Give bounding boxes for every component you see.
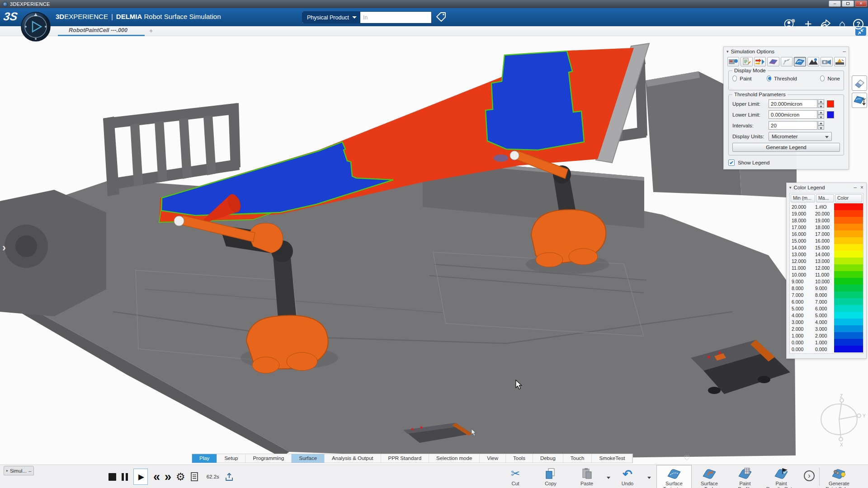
radio-none[interactable]	[820, 75, 825, 81]
surface-select-icon[interactable]	[767, 57, 779, 66]
legend-row[interactable]: 1.000 2.000	[790, 332, 863, 339]
panel-close-button[interactable]: ×	[860, 184, 863, 191]
intervals-stepper[interactable]	[818, 121, 824, 130]
undo-options-caret[interactable]	[647, 477, 651, 479]
legend-row[interactable]: 9.000 10.000	[790, 278, 863, 285]
upper-limit-input[interactable]	[769, 99, 817, 108]
undo-button[interactable]: ↶ Undo	[611, 466, 644, 486]
workbench-tab[interactable]: View	[480, 454, 506, 463]
workbench-tab[interactable]: Selection mode	[429, 454, 480, 463]
collapse-icon[interactable]: ▾	[789, 185, 792, 190]
robot-arm-icon[interactable]	[781, 57, 793, 66]
panel-expand-chevron[interactable]: ›	[2, 241, 6, 254]
workbench-tab[interactable]: Surface	[292, 454, 325, 463]
legend-row[interactable]: 15.000 16.000	[790, 237, 863, 244]
legend-row[interactable]: 5.000 6.000	[790, 305, 863, 312]
add-content-icon[interactable]: +	[805, 18, 812, 30]
share-icon[interactable]	[820, 19, 831, 29]
coverage-analysis-icon[interactable]	[807, 57, 819, 66]
panel-minimize-button[interactable]: –	[843, 48, 846, 55]
legend-col-min[interactable]: Min (m...	[791, 194, 815, 202]
simulation-settings-button[interactable]: ⚙	[176, 471, 185, 483]
favorites-heart-icon[interactable]: ♡	[684, 454, 690, 462]
view-compass[interactable]: Z Y X	[821, 394, 866, 447]
stop-button[interactable]	[108, 473, 116, 481]
paint-station-icon[interactable]	[834, 57, 846, 66]
surface-trajectory-button[interactable]: SurfaceTrajectory	[658, 466, 690, 488]
radio-none-label[interactable]: None	[827, 76, 840, 81]
workbench-tab[interactable]: Play	[192, 454, 217, 463]
help-icon[interactable]: ?	[853, 19, 863, 29]
cut-button[interactable]: ✂ Cut	[499, 466, 532, 486]
home-icon[interactable]: ⌂	[839, 18, 846, 30]
radio-threshold[interactable]	[767, 75, 771, 81]
legend-row[interactable]: 0.000 0.000	[790, 346, 863, 352]
camera-icon[interactable]	[821, 57, 832, 66]
workbench-tab[interactable]: Touch	[563, 454, 592, 463]
generate-legend-button[interactable]: Generate Legend	[732, 143, 840, 152]
legend-row[interactable]: 4.000 5.000	[790, 312, 863, 319]
legend-row[interactable]: 3.000 4.000	[790, 319, 863, 325]
workcell-setup-icon[interactable]	[727, 57, 739, 66]
copy-button[interactable]: Copy	[534, 466, 567, 486]
radio-paint[interactable]	[732, 75, 737, 81]
legend-row[interactable]: 13.000 14.000	[790, 251, 863, 258]
paste-options-caret[interactable]	[607, 477, 610, 479]
search-input[interactable]	[360, 12, 432, 23]
display-units-dropdown[interactable]: Micrometer	[769, 132, 832, 141]
paint-surface-display-icon[interactable]	[794, 57, 806, 66]
legend-col-max[interactable]: Ma...	[816, 194, 834, 202]
workbench-tab[interactable]: Debug	[533, 454, 563, 463]
legend-row[interactable]: 2.000 3.000	[790, 325, 863, 332]
paint-flow-icon[interactable]	[754, 57, 766, 66]
collapse-icon[interactable]: ▾	[726, 49, 729, 54]
legend-row[interactable]: 6.000 7.000	[790, 298, 863, 305]
legend-row[interactable]: 18.000 19.000	[790, 217, 863, 224]
lower-limit-input[interactable]	[769, 110, 817, 119]
panel-minimize-button[interactable]: –	[28, 468, 31, 474]
radio-threshold-label[interactable]: Threshold	[774, 76, 797, 81]
radio-paint-label[interactable]: Paint	[740, 76, 751, 81]
legend-col-color[interactable]: Color	[835, 194, 862, 202]
upper-limit-color-swatch[interactable]	[827, 100, 834, 108]
more-tools-button[interactable]: ›	[804, 470, 815, 481]
validation-checklist-icon[interactable]	[741, 57, 752, 66]
rewind-button[interactable]: «	[153, 470, 159, 483]
workbench-tab[interactable]: Setup	[217, 454, 245, 463]
legend-row[interactable]: 8.000 9.000	[790, 285, 863, 291]
paint-profile-button[interactable]: PaintProfile	[729, 466, 761, 488]
document-tab[interactable]: RobotPaintCell ---.000	[69, 27, 127, 33]
legend-row[interactable]: 7.000 8.000	[790, 291, 863, 298]
fast-forward-button[interactable]: »	[165, 470, 170, 483]
play-button[interactable]: ▶	[133, 469, 148, 485]
legend-row[interactable]: 12.000 13.000	[790, 258, 863, 264]
legend-row[interactable]: 20.000 1.#IO	[790, 203, 863, 210]
search-scope-dropdown[interactable]: Physical Product	[302, 12, 360, 23]
paint-results-button[interactable]: PaintResults Opt...	[765, 466, 797, 488]
paste-button[interactable]: Paste	[571, 466, 603, 486]
workbench-tab[interactable]: SmokeTest	[592, 454, 632, 463]
simulation-collapsed-panel[interactable]: ▸ Simul... –	[4, 466, 34, 475]
legend-row[interactable]: 17.000 18.000	[790, 224, 863, 230]
lower-limit-color-swatch[interactable]	[827, 111, 834, 118]
workbench-tab[interactable]: PPR Standard	[381, 454, 429, 463]
workbench-tab[interactable]: Tools	[506, 454, 533, 463]
paint-fill-button[interactable]	[852, 93, 867, 108]
dassault-3ds-logo[interactable]: 3S	[3, 10, 19, 23]
user-profile-icon[interactable]	[783, 18, 797, 30]
erase-paint-button[interactable]	[852, 75, 867, 91]
window-restore-button[interactable]	[842, 0, 854, 7]
new-tab-button[interactable]: +	[149, 27, 153, 34]
legend-row[interactable]: 11.000 12.000	[790, 264, 863, 271]
workbench-tab[interactable]: Programming	[245, 454, 292, 463]
pause-button[interactable]	[122, 473, 128, 481]
window-close-button[interactable]: ×	[855, 0, 867, 7]
surface-task-button[interactable]: SurfaceTask	[693, 466, 726, 488]
upper-limit-stepper[interactable]	[818, 99, 824, 108]
legend-row[interactable]: 14.000 15.000	[790, 244, 863, 251]
workbench-tab[interactable]: Analysis & Output	[325, 454, 381, 463]
tag-icon[interactable]	[435, 12, 447, 23]
export-icon[interactable]	[225, 472, 234, 482]
legend-row[interactable]: 16.000 17.000	[790, 230, 863, 237]
generate-paint-solver-button[interactable]: GeneratePaint Solver	[823, 466, 855, 488]
